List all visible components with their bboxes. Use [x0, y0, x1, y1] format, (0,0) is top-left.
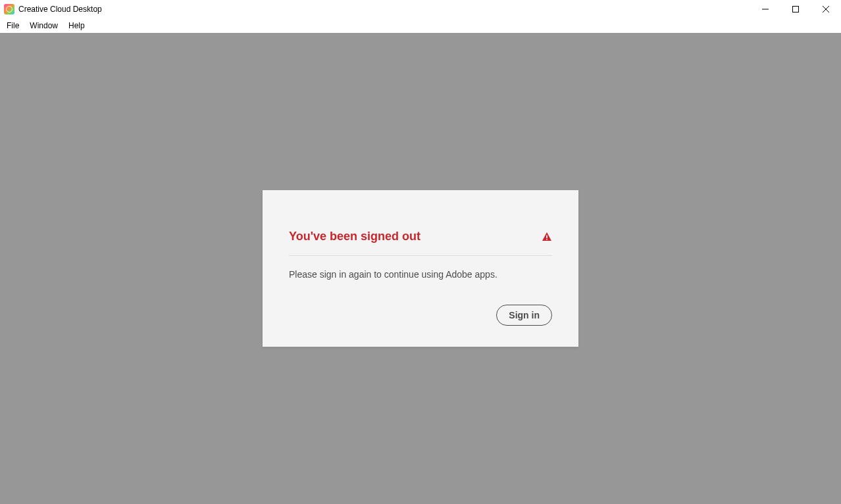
- window-title: Creative Cloud Desktop: [18, 5, 102, 14]
- menu-item-help[interactable]: Help: [63, 19, 90, 32]
- close-icon: [823, 6, 829, 13]
- dialog-footer: Sign in: [289, 305, 552, 326]
- minimize-icon: [762, 6, 769, 13]
- alert-icon: [542, 232, 552, 242]
- maximize-icon: [792, 6, 799, 13]
- app-icon: [4, 4, 14, 14]
- svg-rect-4: [546, 235, 548, 238]
- menubar: File Window Help: [0, 18, 841, 33]
- titlebar-left: Creative Cloud Desktop: [4, 4, 102, 14]
- maximize-button[interactable]: [780, 0, 811, 18]
- content-area: You've been signed out Please sign in ag…: [0, 33, 841, 504]
- svg-rect-1: [793, 6, 799, 12]
- svg-rect-5: [546, 239, 548, 240]
- menu-item-file[interactable]: File: [1, 19, 24, 32]
- window-controls: [750, 0, 841, 18]
- dialog-message: Please sign in again to continue using A…: [289, 256, 552, 280]
- menu-item-window[interactable]: Window: [24, 19, 63, 32]
- signed-out-dialog: You've been signed out Please sign in ag…: [263, 190, 578, 347]
- titlebar: Creative Cloud Desktop: [0, 0, 841, 18]
- sign-in-button[interactable]: Sign in: [496, 305, 552, 326]
- close-button[interactable]: [811, 0, 841, 18]
- dialog-title: You've been signed out: [289, 230, 420, 243]
- minimize-button[interactable]: [750, 0, 780, 18]
- dialog-header: You've been signed out: [289, 230, 552, 255]
